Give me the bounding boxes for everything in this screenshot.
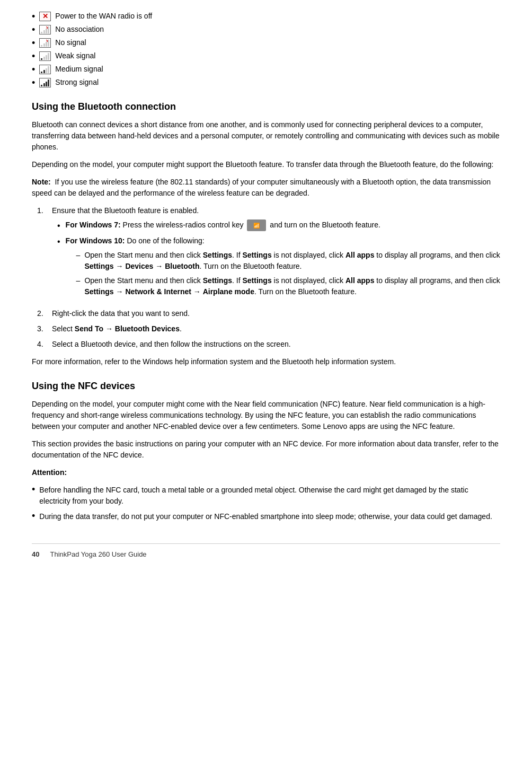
sub-item-label: For Windows 10: [66,236,127,245]
attention-label: Attention: [32,467,500,478]
list-item: •For Windows 7: Press the wireless-radio… [57,219,500,232]
signal-icon-no_signal: ✕ [39,38,51,48]
list-item: •✕Power to the WAN radio is off [32,11,500,22]
signal-label: No association [55,24,104,35]
dash-item-text: Open the Start menu and then click Setti… [84,275,500,297]
signal-label: Power to the WAN radio is off [55,11,152,22]
step-content: Ensure that the Bluetooth feature is ena… [52,205,500,304]
list-item: •✕No signal [32,37,500,48]
list-item: 1.Ensure that the Bluetooth feature is e… [37,205,500,304]
signal-status-list: •✕Power to the WAN radio is off•✕No asso… [32,11,500,88]
list-item: •✕No association [32,24,500,35]
sub-item-content: For Windows 10: Do one of the following:… [66,235,500,301]
sub-list: •For Windows 7: Press the wireless-radio… [57,219,500,301]
dash-symbol: – [76,250,81,261]
list-item: •Before handling the NFC card, touch a m… [32,485,500,507]
dash-item-text: Open the Start menu and then click Setti… [84,250,500,272]
list-item: •During the data transfer, do not put yo… [32,511,500,522]
signal-icon-medium [39,65,51,74]
bluetooth-heading: Using the Bluetooth connection [32,100,500,114]
bluetooth-section: Using the Bluetooth connection Bluetooth… [32,100,500,367]
bullet-dot: • [32,65,35,74]
signal-icon-no_assoc: ✕ [39,25,51,34]
nfc-para-1: Depending on the model, your computer mi… [32,399,500,432]
attention-item-text: During the data transfer, do not put you… [39,511,492,522]
step-number: 1. [37,205,52,216]
sub-item-content: For Windows 7: Press the wireless-radios… [66,219,380,231]
bluetooth-steps: 1.Ensure that the Bluetooth feature is e… [37,205,500,350]
signal-icon-weak [39,51,51,61]
bullet-dot: • [32,511,35,521]
nfc-para-2: This section provides the basic instruct… [32,438,500,461]
sub-item-label: For Windows 7: [66,221,123,229]
list-item: •Medium signal [32,64,500,75]
step-number: 2. [37,308,52,319]
note-label: Note: [32,178,51,186]
sub-bullet-dot: • [57,235,60,248]
dash-symbol: – [76,275,81,286]
svg-text:📶: 📶 [253,222,260,229]
step-content: Select Send To → Bluetooth Devices. [52,323,182,335]
step-number: 3. [37,323,52,335]
bullet-dot: • [32,78,35,87]
list-item: 4.Select a Bluetooth device, and then fo… [37,339,500,350]
signal-icon-off: ✕ [39,12,51,21]
bullet-dot: • [32,12,35,21]
bullet-dot: • [32,38,35,48]
bluetooth-footer: For more information, refer to the Windo… [32,356,500,367]
step-content: Right-click the data that you want to se… [52,308,190,319]
bluetooth-para-2: Depending on the model, your computer mi… [32,159,500,170]
list-item: –Open the Start menu and then click Sett… [76,250,500,272]
list-item: 3.Select Send To → Bluetooth Devices. [37,323,500,335]
signal-label: Medium signal [55,64,103,75]
bullet-dot: • [32,485,35,494]
step-number: 4. [37,339,52,350]
dash-list: –Open the Start menu and then click Sett… [76,250,500,297]
bluetooth-note: Note: If you use the wireless feature (t… [32,177,500,199]
page-footer: 40 ThinkPad Yoga 260 User Guide [32,543,500,560]
signal-label: Strong signal [55,77,99,88]
list-item: •Weak signal [32,50,500,61]
nfc-heading: Using the NFC devices [32,379,500,393]
nfc-section: Using the NFC devices Depending on the m… [32,379,500,522]
wireless-key-icon: 📶 [247,219,266,231]
page-number: 40 [32,549,39,560]
footer-title: ThinkPad Yoga 260 User Guide [50,549,146,560]
list-item: •Strong signal [32,77,500,88]
bullet-dot: • [32,51,35,61]
attention-list: •Before handling the NFC card, touch a m… [32,485,500,522]
sub-bullet-dot: • [57,219,60,232]
signal-label: Weak signal [55,50,95,61]
bullet-dot: • [32,25,35,34]
note-text: If you use the wireless feature (the 802… [32,178,491,197]
attention-item-text: Before handling the NFC card, touch a me… [39,485,500,507]
signal-label: No signal [55,37,86,48]
signal-icon-strong [39,78,51,87]
step-content: Select a Bluetooth device, and then foll… [52,339,291,350]
list-item: –Open the Start menu and then click Sett… [76,275,500,297]
bluetooth-para-1: Bluetooth can connect devices a short di… [32,119,500,153]
list-item: 2.Right-click the data that you want to … [37,308,500,319]
list-item: •For Windows 10: Do one of the following… [57,235,500,301]
